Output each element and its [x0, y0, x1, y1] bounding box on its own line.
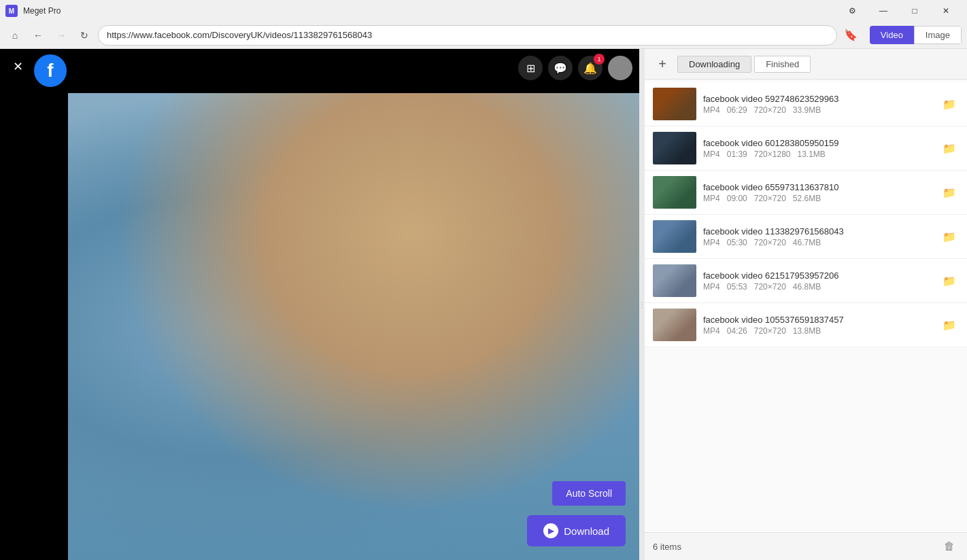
download-arrow-icon: ▶	[548, 526, 554, 536]
facebook-logo: f	[34, 54, 67, 87]
user-avatar	[608, 56, 632, 80]
list-item: facebook video 592748623529963 MP4 06:29…	[645, 82, 967, 126]
open-folder-button[interactable]: 📁	[940, 271, 959, 290]
reload-button[interactable]: ↻	[75, 26, 94, 45]
video-thumbnail	[653, 88, 696, 120]
video-title: facebook video 1133829761568043	[703, 226, 933, 237]
browser-bar: ⌂ ← → ↻ 🔖 Video Image	[0, 22, 967, 49]
video-thumbnail	[653, 132, 696, 164]
video-meta: MP4 01:39 720×1280 13.1MB	[703, 150, 933, 159]
list-item: facebook video 621517953957206 MP4 05:53…	[645, 259, 967, 303]
video-title: facebook video 621517953957206	[703, 270, 933, 281]
open-folder-button[interactable]: 📁	[940, 227, 959, 246]
open-folder-button[interactable]: 📁	[940, 139, 959, 158]
video-meta: MP4 09:00 720×720 52.6MB	[703, 194, 933, 203]
list-item: facebook video 1133829761568043 MP4 05:3…	[645, 215, 967, 259]
close-button[interactable]: ✕	[930, 0, 962, 22]
browser-view: ✕ f ⊞ 💬 🔔 1 Auto Scroll ▶	[0, 49, 639, 560]
messenger-icon-button[interactable]: 💬	[548, 56, 573, 80]
video-info: facebook video 621517953957206 MP4 05:53…	[703, 270, 933, 292]
video-title: facebook video 1055376591837457	[703, 315, 933, 325]
items-count: 6 items	[653, 542, 681, 552]
video-list: facebook video 592748623529963 MP4 06:29…	[645, 80, 967, 532]
open-folder-button[interactable]: 📁	[940, 94, 959, 113]
grid-icon-button[interactable]: ⊞	[518, 56, 543, 80]
panel-divider[interactable]: ⋮	[639, 49, 645, 560]
add-button[interactable]: +	[653, 54, 672, 73]
right-panel-header: + Downloading Finished	[645, 49, 967, 80]
video-tab-button[interactable]: Video	[870, 26, 914, 44]
maximize-button[interactable]: □	[899, 0, 930, 22]
video-title: facebook video 592748623529963	[703, 94, 933, 104]
video-meta: MP4 06:29 720×720 33.9MB	[703, 105, 933, 115]
download-label: Download	[564, 525, 609, 537]
video-info: facebook video 592748623529963 MP4 06:29…	[703, 94, 933, 115]
top-icons: ⊞ 💬 🔔 1	[518, 56, 632, 80]
video-thumbnail	[653, 220, 696, 253]
video-info: facebook video 655973113637810 MP4 09:00…	[703, 182, 933, 203]
video-info: facebook video 1133829761568043 MP4 05:3…	[703, 226, 933, 247]
bookmark-button[interactable]: 🔖	[841, 26, 860, 45]
list-item: facebook video 601283805950159 MP4 01:39…	[645, 126, 967, 171]
image-tab-button[interactable]: Image	[914, 26, 962, 44]
right-panel-footer: 6 items 🗑	[645, 532, 967, 560]
downloading-tab[interactable]: Downloading	[677, 56, 751, 73]
download-button[interactable]: ▶ Download	[527, 515, 626, 546]
bell-icon-button[interactable]: 🔔 1	[578, 56, 603, 80]
auto-scroll-button[interactable]: Auto Scroll	[552, 481, 626, 506]
window-controls: ⚙ — □ ✕	[836, 0, 962, 22]
minimize-button[interactable]: —	[868, 0, 899, 22]
video-thumbnail	[653, 176, 696, 209]
title-bar-left: M Meget Pro	[5, 5, 61, 17]
status-tabs: Downloading Finished	[677, 56, 811, 73]
fb-letter: f	[47, 60, 53, 82]
close-overlay-button[interactable]: ✕	[7, 56, 29, 77]
video-meta: MP4 04:26 720×720 13.8MB	[703, 326, 933, 336]
media-type-toggle: Video Image	[870, 26, 962, 44]
open-folder-button[interactable]: 📁	[940, 315, 959, 334]
forward-button[interactable]: →	[52, 26, 71, 45]
video-info: facebook video 601283805950159 MP4 01:39…	[703, 138, 933, 159]
browser-overlay: ✕ f ⊞ 💬 🔔 1 Auto Scroll ▶	[0, 49, 639, 560]
address-bar[interactable]	[98, 25, 837, 46]
list-item: facebook video 655973113637810 MP4 09:00…	[645, 171, 967, 215]
right-controls: Video Image	[870, 26, 962, 44]
video-thumbnail	[653, 264, 696, 297]
video-thumbnail	[653, 309, 696, 341]
home-button[interactable]: ⌂	[5, 26, 24, 45]
video-meta: MP4 05:30 720×720 46.7MB	[703, 238, 933, 247]
app-icon-letter: M	[9, 7, 14, 15]
trash-button[interactable]: 🗑	[940, 537, 959, 556]
open-folder-button[interactable]: 📁	[940, 183, 959, 202]
notification-badge: 1	[594, 54, 605, 65]
video-meta: MP4 05:53 720×720 46.8MB	[703, 282, 933, 292]
video-info: facebook video 1055376591837457 MP4 04:2…	[703, 315, 933, 336]
settings-button[interactable]: ⚙	[836, 0, 868, 22]
list-item: facebook video 1055376591837457 MP4 04:2…	[645, 303, 967, 347]
app-title: Meget Pro	[23, 6, 61, 16]
video-title: facebook video 655973113637810	[703, 182, 933, 192]
back-button[interactable]: ←	[29, 26, 48, 45]
right-panel: + Downloading Finished facebook video 59…	[645, 49, 967, 560]
finished-tab[interactable]: Finished	[754, 56, 811, 73]
title-bar: M Meget Pro ⚙ — □ ✕	[0, 0, 967, 22]
video-title: facebook video 601283805950159	[703, 138, 933, 148]
download-icon: ▶	[543, 523, 558, 538]
app-icon: M	[5, 5, 18, 17]
main-content: ✕ f ⊞ 💬 🔔 1 Auto Scroll ▶	[0, 49, 967, 560]
